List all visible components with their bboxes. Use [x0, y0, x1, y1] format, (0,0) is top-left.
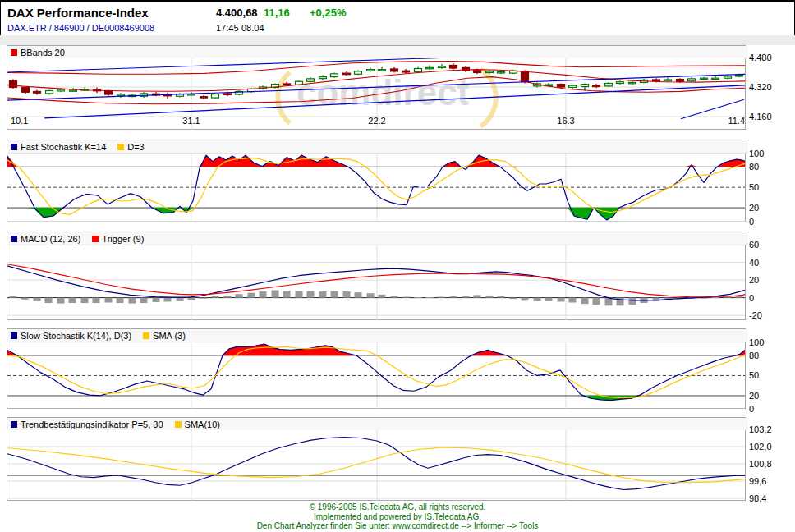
y-axis-tick-label: 103,2: [749, 424, 793, 434]
x-axis-date-label: 31.1: [182, 116, 200, 126]
legend-label: MACD (12, 26): [21, 234, 80, 244]
x-axis-date-label: 22.2: [368, 116, 385, 126]
y-axis-tick-label: -20: [749, 310, 793, 320]
y-axis-tick-label: 20: [749, 203, 793, 213]
y-axis-tick-label: 0: [749, 217, 793, 227]
legend-trendbestaetigung: Trendbestätigungsindikator P=5, 30SMA(10…: [7, 418, 748, 430]
panel-price-bbands: BBands 20comdirect10.131.122.216.311.4: [7, 45, 746, 130]
y-axis-tick-label: 100: [749, 337, 793, 347]
legend-swatch-icon: [92, 236, 99, 242]
x-axis-date-label: 10.1: [11, 116, 28, 126]
page-title: DAX Performance-Index: [7, 6, 149, 20]
panel-fast-stochastik: Fast Stochastik K=14D=3: [7, 140, 746, 222]
price-change-percent: +0,25%: [310, 7, 346, 19]
legend-macd: MACD (12, 26)Trigger (9): [7, 232, 748, 245]
legend-label: BBands 20: [21, 48, 65, 57]
legend-swatch-icon: [117, 144, 124, 150]
y-axis-tick-label: 100,8: [749, 459, 793, 469]
legend-label: D=3: [127, 142, 145, 152]
legend-swatch-icon: [11, 421, 17, 428]
chart-macd: [7, 244, 745, 320]
y-axis-tick-label: 4.160: [749, 112, 793, 122]
footer: © 1996-2005 IS.Teledata AG, all rights r…: [0, 502, 795, 531]
y-axis-tick-label: 102,0: [749, 442, 793, 452]
legend-item: SMA (3): [143, 331, 186, 341]
legend-label: Trigger (9): [102, 234, 144, 244]
legend-label: Slow Stochastik K(14), D(3): [21, 331, 131, 341]
quote-time: 17:45: [216, 23, 239, 33]
legend-item: Trigger (9): [92, 234, 144, 244]
legend-swatch-icon: [11, 236, 17, 242]
legend-swatch-icon: [143, 332, 149, 339]
y-axis-tick-label: 40: [749, 258, 793, 268]
y-axis-tick-label: 60: [749, 240, 793, 250]
legend-swatch-icon: [11, 332, 17, 339]
panel-trendbestaetigung: Trendbestätigungsindikator P=5, 30SMA(10…: [7, 417, 746, 501]
y-axis-tick-label: 4.480: [749, 53, 793, 62]
last-price: 4.400,68: [216, 7, 258, 19]
header-gap: [0, 35, 795, 45]
y-axis-tick-label: 50: [749, 182, 793, 192]
legend-fast-stochastik: Fast Stochastik K=14D=3: [7, 140, 748, 153]
x-axis-date-label: 16.3: [557, 116, 574, 126]
y-axis-tick-label: 0: [749, 404, 793, 414]
panel-macd: MACD (12, 26)Trigger (9): [7, 232, 746, 320]
footer-copyright: © 1996-2005 IS.Teledata AG, all rights r…: [0, 502, 795, 512]
legend-label: Trendbestätigungsindikator P=5, 30: [21, 420, 163, 429]
instrument-identifiers: DAX.ETR / 846900 / DE0008469008: [7, 23, 154, 33]
y-axis-tick-label: 0: [749, 293, 793, 303]
chart-analyzer-page: DAX Performance-Index 4.400,68 11,16 +0,…: [0, 0, 795, 532]
legend-swatch-icon: [175, 421, 182, 428]
legend-item: Slow Stochastik K(14), D(3): [11, 331, 131, 341]
y-axis-tick-label: 100: [749, 149, 793, 158]
footer-find-link[interactable]: Den Chart Analyzer finden Sie unter: www…: [0, 521, 795, 531]
price-change: 11,16: [264, 7, 290, 19]
legend-swatch-icon: [11, 49, 17, 56]
legend-label: Fast Stochastik K=14: [21, 142, 106, 152]
chart-trendbestaetigung: [7, 429, 745, 501]
y-axis-tick-label: 80: [749, 351, 793, 360]
legend-slow-stochastik: Slow Stochastik K(14), D(3)SMA (3): [7, 329, 748, 342]
y-axis-tick-label: 4.320: [749, 82, 793, 92]
legend-price-bbands: BBands 20: [7, 46, 748, 58]
chart-slow-stochastik: [7, 341, 745, 409]
y-axis-tick-label: 20: [749, 391, 793, 401]
quote-header: DAX Performance-Index 4.400,68 11,16 +0,…: [0, 0, 795, 37]
chart-fast-stochastik: [7, 152, 745, 222]
y-axis-tick-label: 99,6: [749, 476, 793, 486]
legend-item: Trendbestätigungsindikator P=5, 30: [11, 420, 163, 429]
chart-price-bbands: comdirect10.131.122.216.311.4: [7, 57, 745, 130]
legend-label: SMA (3): [153, 331, 186, 341]
y-axis-tick-label: 80: [749, 162, 793, 172]
legend-item: BBands 20: [11, 48, 65, 57]
legend-swatch-icon: [11, 144, 17, 150]
legend-item: SMA(10): [175, 420, 220, 429]
legend-item: D=3: [117, 142, 145, 152]
y-axis-tick-label: 50: [749, 370, 793, 380]
legend-label: SMA(10): [185, 420, 220, 429]
quote-date: 08.04: [241, 23, 264, 33]
footer-powered-by: Implemented and powered by IS.Teledata A…: [0, 512, 795, 522]
x-axis-date-label: 11.4: [728, 116, 745, 126]
legend-item: Fast Stochastik K=14: [11, 142, 106, 152]
legend-item: MACD (12, 26): [11, 234, 80, 244]
y-axis-tick-label: 20: [749, 275, 793, 285]
panel-slow-stochastik: Slow Stochastik K(14), D(3)SMA (3): [7, 328, 746, 409]
